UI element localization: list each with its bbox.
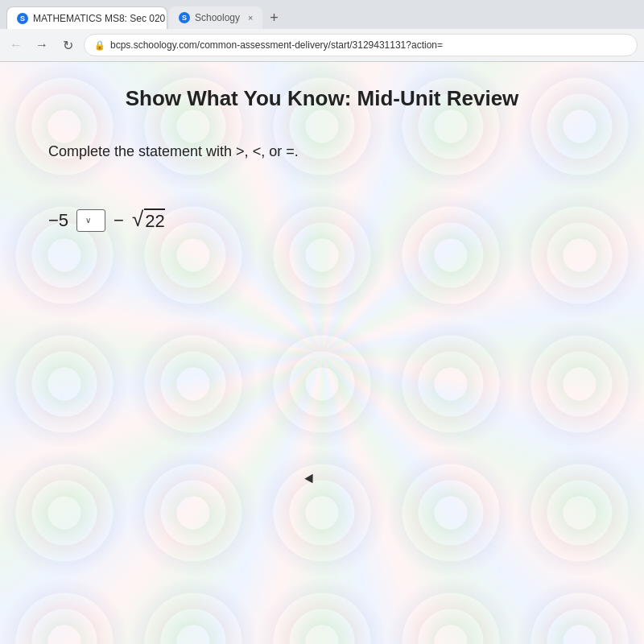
tab-close-2[interactable]: ×	[248, 13, 253, 23]
page-inner: Show What You Know: Mid-Unit Review Comp…	[0, 62, 644, 256]
tab-label-2: Schoology	[195, 12, 240, 23]
address-bar: ← → ↻ 🔒 bcps.schoology.com/common-assess…	[0, 29, 644, 61]
tab-bar: S MATHEMATICS MS8: Sec 020 PE × S School…	[0, 0, 644, 29]
radicand: 22	[144, 208, 164, 232]
right-prefix: −	[114, 210, 124, 231]
sqrt-symbol: √	[132, 208, 143, 229]
page-content: Show What You Know: Mid-Unit Review Comp…	[0, 62, 644, 644]
math-expression: −5 ∨ − √ 22	[32, 208, 612, 232]
address-input[interactable]: 🔒 bcps.schoology.com/common-assessment-d…	[84, 34, 638, 56]
tab-icon-2: S	[179, 12, 190, 23]
left-value: −5	[48, 210, 68, 231]
url-text: bcps.schoology.com/common-assessment-del…	[110, 39, 443, 51]
browser-chrome: S MATHEMATICS MS8: Sec 020 PE × S School…	[0, 0, 644, 62]
dropdown-arrow-icon: ∨	[85, 216, 91, 225]
tab-icon-1: S	[17, 13, 28, 24]
question-text: Complete the statement with >, <, or =.	[32, 143, 612, 160]
lock-icon: 🔒	[94, 40, 105, 51]
tab-inactive[interactable]: S Schoology ×	[169, 6, 262, 29]
tab-label-1: MATHEMATICS MS8: Sec 020 PE	[33, 13, 167, 24]
sqrt-expression: √ 22	[132, 208, 165, 232]
new-tab-button[interactable]: +	[262, 6, 285, 29]
tab-active[interactable]: S MATHEMATICS MS8: Sec 020 PE ×	[6, 6, 167, 29]
back-button[interactable]: ←	[6, 35, 26, 55]
forward-button[interactable]: →	[32, 35, 52, 55]
page-title: Show What You Know: Mid-Unit Review	[32, 86, 612, 111]
refresh-button[interactable]: ↻	[58, 35, 77, 55]
comparison-dropdown[interactable]: ∨	[76, 209, 105, 232]
